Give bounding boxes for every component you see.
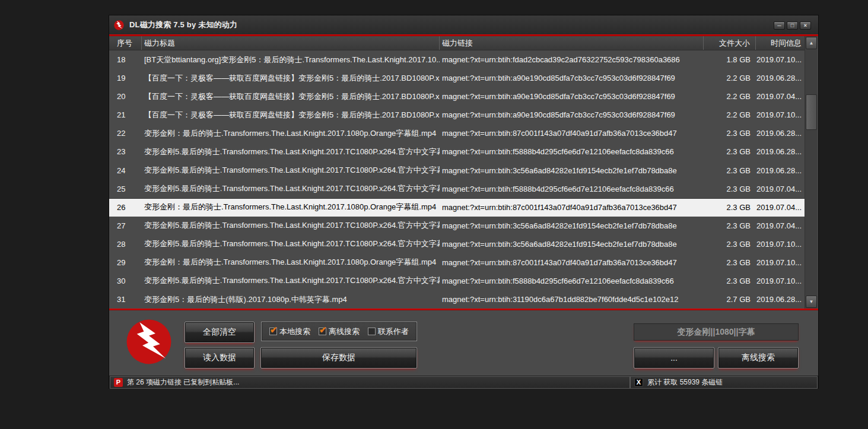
- row-magnet-title: 变形金刚5.最后的骑士.Transformers.The.Last.Knight…: [142, 183, 440, 194]
- option-checkbox-item[interactable]: ✔ 本地搜索: [269, 326, 310, 337]
- row-file-size: 2.3 GB: [704, 166, 756, 175]
- scroll-down-icon[interactable]: ▼: [806, 295, 817, 308]
- close-button[interactable]: ×: [800, 21, 811, 30]
- row-file-size: 2.3 GB: [704, 185, 756, 193]
- status-section-right: X 累计 获取 55939 条磁链: [630, 376, 818, 389]
- row-magnet-title: [BT天堂bttiantang.org]变形金刚5：最后的骑士.Transfor…: [142, 55, 440, 65]
- row-file-size: 2.2 GB: [704, 74, 756, 82]
- table-row[interactable]: 26 变形金刚：最后的骑士.Transformers.The.Last.Knig…: [109, 198, 805, 217]
- table-row[interactable]: 23 变形金刚5.最后的骑士.Transformers.The.Last.Kni…: [109, 142, 805, 161]
- row-magnet-link: magnet:?xt=urn:btih:fdad2cbcad39c2ad7632…: [440, 55, 704, 64]
- save-data-button[interactable]: 保存数据: [260, 347, 417, 368]
- checkbox-label: 本地搜索: [279, 326, 310, 337]
- row-date: 2019.07.04...: [756, 92, 805, 101]
- row-magnet-title: 变形金刚5.最后的骑士.Transformers.The.Last.Knight…: [142, 239, 440, 249]
- row-file-size: 2.3 GB: [704, 240, 756, 249]
- total-x-icon: X: [634, 378, 643, 387]
- minimize-button[interactable]: ─: [774, 21, 785, 30]
- table-row[interactable]: 28 变形金刚5.最后的骑士.Transformers.The.Last.Kni…: [109, 235, 805, 253]
- row-date: 2019.07.10...: [756, 277, 805, 285]
- row-date: 2019.07.10...: [756, 55, 805, 64]
- row-magnet-link: magnet:?xt=urn:btih:3c56a6ad84282e1fd915…: [440, 221, 704, 230]
- row-date: 2019.07.04...: [756, 185, 805, 193]
- app-big-logo-icon: [126, 319, 172, 365]
- title-bar[interactable]: DL磁力搜索 7.5 by 未知的动力 ─ □ ×: [109, 15, 818, 34]
- table-row[interactable]: 22 变形金刚：最后的骑士.Transformers.The.Last.Knig…: [109, 124, 805, 142]
- row-magnet-link: magnet:?xt=urn:btih:87c001f143a07df40a91…: [440, 129, 704, 138]
- checkbox-label: 联系作者: [378, 326, 409, 337]
- row-index: 29: [109, 258, 142, 267]
- row-date: 2019.06.28...: [756, 129, 805, 138]
- option-checkbox-item[interactable]: ✔ 联系作者: [368, 326, 409, 337]
- table-row[interactable]: 30 变形金刚5.最后的骑士.Transformers.The.Last.Kni…: [109, 272, 805, 290]
- table-row[interactable]: 29 变形金刚：最后的骑士.Transformers.The.Last.Knig…: [109, 253, 805, 272]
- row-date: 2019.07.10...: [756, 258, 805, 267]
- row-magnet-title: 变形金刚：最后的骑士.Transformers.The.Last.Knight.…: [142, 202, 440, 212]
- row-magnet-title: 变形金刚5.最后的骑士.Transformers.The.Last.Knight…: [142, 220, 440, 231]
- table-header: 序号 磁力标题 磁力链接 文件大小 时间信息: [109, 36, 805, 50]
- scrollbar-thumb[interactable]: [806, 94, 817, 130]
- row-magnet-title: 【百度一下：灵极客——获取百度网盘链接】变形金刚5：最后的骑士.2017.BD1…: [142, 91, 440, 102]
- checkbox[interactable]: ✔: [368, 328, 376, 335]
- row-index: 24: [109, 166, 142, 175]
- column-header-title[interactable]: 磁力标题: [142, 36, 440, 50]
- vertical-scrollbar[interactable]: ▲ ▼: [805, 36, 818, 309]
- row-magnet-title: 变形金刚：最后的骑士.Transformers.The.Last.Knight.…: [142, 257, 440, 268]
- row-index: 23: [109, 147, 142, 156]
- row-magnet-title: 变形金刚：最后的骑士.Transformers.The.Last.Knight.…: [142, 128, 440, 139]
- scroll-up-icon[interactable]: ▲: [806, 37, 817, 49]
- table-row[interactable]: 18 [BT天堂bttiantang.org]变形金刚5：最后的骑士.Trans…: [109, 50, 805, 69]
- column-header-link[interactable]: 磁力链接: [440, 36, 704, 50]
- row-date: 2019.06.28...: [756, 166, 805, 175]
- checkbox-label: 离线搜索: [329, 326, 360, 337]
- row-date: 2019.07.10...: [756, 240, 805, 249]
- table-row[interactable]: 24 变形金刚5.最后的骑士.Transformers.The.Last.Kni…: [109, 161, 805, 179]
- row-date: 2019.07.04...: [756, 221, 805, 230]
- row-magnet-title: 变形金刚5：最后的骑士(韩版).2017.1080p.中韩英字幕.mp4: [142, 294, 440, 305]
- column-header-date[interactable]: 时间信息: [756, 36, 805, 50]
- table-row[interactable]: 20 【百度一下：灵极客——获取百度网盘链接】变形金刚5：最后的骑士.2017.…: [109, 87, 805, 106]
- table-row[interactable]: 27 变形金刚5.最后的骑士.Transformers.The.Last.Kni…: [109, 217, 805, 235]
- row-file-size: 2.3 GB: [704, 147, 756, 156]
- row-index: 30: [109, 277, 142, 285]
- row-date: 2019.06.28...: [756, 74, 805, 82]
- row-index: 22: [109, 129, 142, 138]
- row-magnet-link: magnet:?xt=urn:btih:f5888b4d295cf6e6d7e1…: [440, 185, 704, 193]
- row-file-size: 2.2 GB: [704, 92, 756, 101]
- row-file-size: 2.3 GB: [704, 258, 756, 267]
- app-window: DL磁力搜索 7.5 by 未知的动力 ─ □ × 序号 磁力标题 磁力链接 文…: [109, 15, 819, 389]
- checkbox[interactable]: ✔: [319, 328, 326, 335]
- row-magnet-link: magnet:?xt=urn:btih:3c56a6ad84282e1fd915…: [440, 166, 704, 175]
- row-file-size: 2.3 GB: [704, 129, 756, 138]
- row-magnet-link: magnet:?xt=urn:btih:87c001f143a07df40a91…: [440, 203, 704, 212]
- status-total-text: 累计 获取 55939 条磁链: [647, 377, 723, 387]
- search-input[interactable]: [634, 323, 799, 341]
- clipboard-p-icon: P: [114, 378, 123, 387]
- row-file-size: 2.2 GB: [704, 110, 756, 119]
- app-logo-icon: [114, 20, 124, 30]
- table-row[interactable]: 25 变形金刚5.最后的骑士.Transformers.The.Last.Kni…: [109, 180, 805, 198]
- column-header-size[interactable]: 文件大小: [704, 36, 756, 50]
- row-file-size: 2.3 GB: [704, 221, 756, 230]
- row-magnet-title: 变形金刚5.最后的骑士.Transformers.The.Last.Knight…: [142, 147, 440, 157]
- row-index: 21: [109, 110, 142, 119]
- read-data-button[interactable]: 读入数据: [185, 347, 255, 368]
- row-index: 25: [109, 185, 142, 193]
- column-header-index[interactable]: 序号: [109, 36, 142, 50]
- clear-all-button[interactable]: 全部清空: [185, 322, 255, 343]
- table-row[interactable]: 31 变形金刚5：最后的骑士(韩版).2017.1080p.中韩英字幕.mp4 …: [109, 290, 805, 309]
- table-row[interactable]: 21 【百度一下：灵极客——获取百度网盘链接】变形金刚5：最后的骑士.2017.…: [109, 106, 805, 124]
- table-row[interactable]: 19 【百度一下：灵极客——获取百度网盘链接】变形金刚5：最后的骑士.2017.…: [109, 69, 805, 87]
- row-index: 27: [109, 221, 142, 230]
- row-file-size: 2.3 GB: [704, 203, 756, 212]
- row-index: 20: [109, 92, 142, 101]
- browse-dots-button[interactable]: ...: [634, 347, 714, 368]
- offline-search-button[interactable]: 离线搜索: [718, 347, 799, 368]
- row-magnet-title: 【百度一下：灵极客——获取百度网盘链接】变形金刚5：最后的骑士.2017.BD1…: [142, 110, 440, 120]
- checkbox[interactable]: ✔: [269, 328, 277, 335]
- row-magnet-link: magnet:?xt=urn:btih:3c56a6ad84282e1fd915…: [440, 240, 704, 249]
- option-checkbox-item[interactable]: ✔ 离线搜索: [319, 326, 360, 337]
- row-index: 31: [109, 295, 142, 304]
- search-options-panel: ✔ 本地搜索 ✔ 离线搜索 ✔ 联系作者: [261, 322, 417, 341]
- maximize-button[interactable]: □: [787, 21, 798, 30]
